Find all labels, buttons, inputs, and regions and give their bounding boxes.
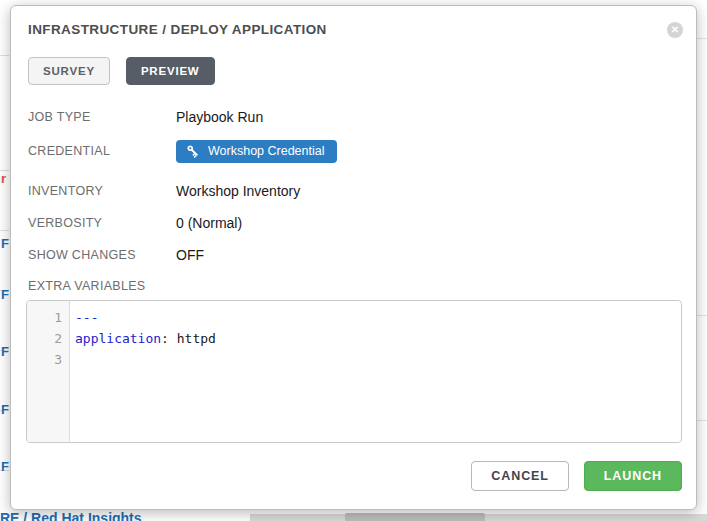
cancel-button[interactable]: CANCEL [471, 461, 568, 491]
tab-preview[interactable]: PREVIEW [126, 57, 215, 85]
job-type-label: JOB TYPE [28, 110, 176, 124]
row-show-changes: SHOW CHANGES OFF [28, 245, 679, 265]
extra-variables-label: EXTRA VARIABLES [28, 279, 176, 293]
row-inventory: INVENTORY Workshop Inventory [28, 181, 679, 201]
editor-code-area[interactable]: --- application: httpd [70, 301, 681, 442]
modal-footer: CANCEL LAUNCH [471, 461, 682, 491]
row-job-type: JOB TYPE Playbook Run [28, 107, 679, 127]
code-line-1: --- [75, 307, 681, 328]
editor-line-numbers: 1 2 3 [27, 301, 70, 442]
bg-divider [697, 38, 707, 39]
modal-title: INFRASTRUCTURE / DEPLOY APPLICATION [28, 22, 679, 37]
bg-divider [0, 230, 9, 231]
tab-bar: SURVEY PREVIEW [11, 37, 696, 85]
detail-rows: JOB TYPE Playbook Run CREDENTIAL [11, 107, 696, 294]
yaml-key: application [75, 331, 161, 346]
bg-divider [697, 420, 707, 421]
yaml-doc-start: --- [75, 310, 98, 325]
show-changes-value: OFF [176, 247, 204, 263]
bg-link-fragment: F [1, 459, 10, 474]
tab-survey[interactable]: SURVEY [28, 57, 110, 85]
modal-header: INFRASTRUCTURE / DEPLOY APPLICATION ✕ [11, 6, 696, 37]
line-number: 3 [27, 349, 69, 370]
yaml-value: : httpd [161, 331, 216, 346]
verbosity-value: 0 (Normal) [176, 215, 242, 231]
bg-divider [0, 55, 9, 56]
line-number: 1 [27, 307, 69, 328]
bg-link-fragment: F [1, 236, 10, 251]
show-changes-label: SHOW CHANGES [28, 248, 176, 262]
key-icon [186, 144, 200, 158]
inventory-label: INVENTORY [28, 184, 176, 198]
row-verbosity: VERBOSITY 0 (Normal) [28, 213, 679, 233]
bg-link-fragment: F [1, 287, 10, 302]
verbosity-label: VERBOSITY [28, 216, 176, 230]
close-icon[interactable]: ✕ [667, 22, 683, 38]
line-number: 2 [27, 328, 69, 349]
bg-link-fragment: F [1, 402, 10, 417]
job-type-value: Playbook Run [176, 109, 263, 125]
row-extra-variables: EXTRA VARIABLES [28, 278, 679, 294]
inventory-value: Workshop Inventory [176, 183, 300, 199]
deploy-application-modal: INFRASTRUCTURE / DEPLOY APPLICATION ✕ SU… [10, 5, 697, 510]
launch-button[interactable]: LAUNCH [584, 461, 682, 491]
screen: r F F F F F RE / Red Hat Insights INFRAS… [0, 0, 707, 521]
bg-bottom-link-fragment: RE / Red Hat Insights [0, 510, 330, 521]
bg-divider [697, 315, 707, 316]
bg-link-fragment: r [1, 171, 10, 186]
credential-label: CREDENTIAL [28, 144, 176, 158]
credential-badge[interactable]: Workshop Credential [176, 140, 337, 163]
bg-link-fragment: F [1, 344, 10, 359]
credential-badge-label: Workshop Credential [208, 144, 325, 158]
row-credential: CREDENTIAL Worksho [28, 139, 679, 163]
extra-variables-editor[interactable]: 1 2 3 --- application: httpd [26, 300, 682, 443]
bg-bottom-bar-segment [345, 513, 485, 521]
code-line-2: application: httpd [75, 328, 681, 349]
